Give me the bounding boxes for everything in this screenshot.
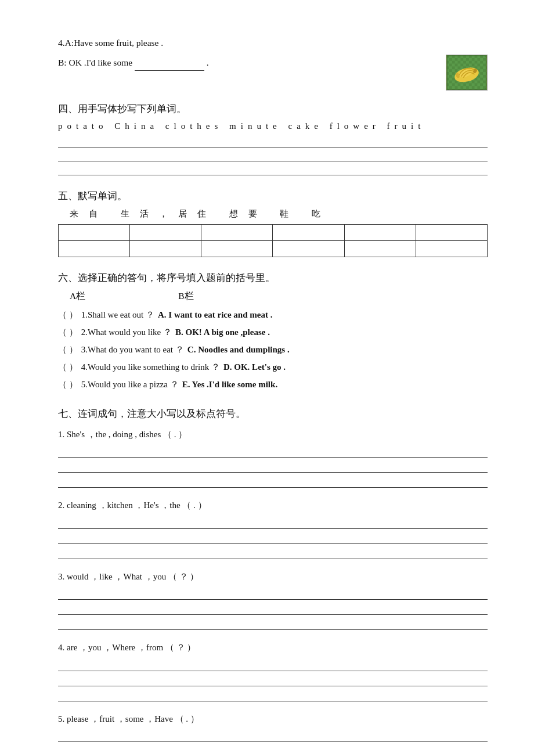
write-line-1	[58, 135, 488, 147]
vocab-cell-1-5	[344, 224, 416, 240]
q2-text: 2.What would you like ？	[81, 323, 172, 341]
vocab-cell-2-6	[416, 240, 487, 257]
match-item-3: （ ） 3.What do you want to eat ？ C. Noodl…	[58, 341, 488, 358]
write-line-3	[58, 163, 488, 175]
vocab-cell-1-2	[130, 224, 201, 240]
section-liu: 六、选择正确的答句，将序号填入题前的括号里。 A栏 B栏 （ ） 1.Shall…	[58, 271, 488, 393]
answer-line-5b	[58, 744, 488, 756]
vocab-cell-2-3	[201, 240, 273, 257]
paren-1: （ ）	[58, 306, 78, 323]
answer-line-4b	[58, 674, 488, 686]
writing-lines	[58, 135, 488, 175]
section-qi-title: 七、连词成句，注意大小写以及标点符号。	[58, 407, 488, 420]
fruit-image	[446, 55, 488, 91]
section-si-title: 四、用手写体抄写下列单词。	[58, 102, 488, 116]
vocab-cell-1-4	[273, 224, 344, 240]
answer-line-2c	[58, 546, 488, 559]
vocab-cell-1-1	[59, 224, 130, 240]
sentence-5: 5. please ，fruit ，some ，Have （ . ）	[58, 711, 488, 728]
sentence-group-2: 2. cleaning ，kitchen ，He's ，the （ . ）	[58, 497, 488, 559]
answer-line-1a	[58, 445, 488, 458]
vocab-cell-1-6	[416, 224, 487, 240]
match-item-5: （ ） 5.Would you like a pizza ？ E. Yes .I…	[58, 376, 488, 393]
section-qi: 七、连词成句，注意大小写以及标点符号。 1. She's ，the , doin…	[58, 407, 488, 756]
a4-text: D. OK. Let's go .	[223, 358, 286, 376]
answer-line-2a	[58, 516, 488, 529]
vocab-cell-1-3	[201, 224, 273, 240]
answer-line-3b	[58, 602, 488, 615]
sentence-group-3: 3. would ，like ，What ，you （ ？ ）	[58, 568, 488, 631]
paren-2: （ ）	[58, 323, 78, 341]
answer-line-3c	[58, 617, 488, 630]
sentence-group-1: 1. She's ，the , doing , dishes （ . ）	[58, 426, 488, 488]
a1-text: A. I want to eat rice and meat .	[158, 306, 272, 323]
match-list: （ ） 1.Shall we eat out ？ A. I want to ea…	[58, 306, 488, 393]
answer-line-4a	[58, 658, 488, 671]
dialogue-line1: 4.A:Have some fruit, please .	[58, 35, 488, 51]
vocab-cell-2-5	[344, 240, 416, 257]
vocab-table	[58, 224, 488, 257]
answer-line-1b	[58, 460, 488, 473]
column-headers: A栏 B栏	[58, 290, 488, 303]
match-item-1: （ ） 1.Shall we eat out ？ A. I want to ea…	[58, 306, 488, 323]
a3-text: C. Noodles and dumplings .	[187, 341, 290, 358]
col-b-header: B栏	[178, 290, 193, 303]
q1-text: 1.Shall we eat out ？	[81, 306, 154, 323]
dialogue-line2: B: OK .I'd like some .	[58, 55, 434, 71]
match-item-2: （ ） 2.What would you like ？ B. OK! A big…	[58, 323, 488, 341]
section-4: 4.A:Have some fruit, please . B: OK .I'd…	[58, 35, 488, 91]
dialogue-line2-suffix: .	[207, 57, 209, 67]
dialogue-line2-prefix: B: OK .I'd like some	[58, 57, 132, 67]
sentence-2: 2. cleaning ，kitchen ，He's ，the （ . ）	[58, 497, 488, 514]
section-wu-title: 五、默写单词。	[58, 189, 488, 203]
dialogue-line2-area: B: OK .I'd like some .	[58, 55, 488, 91]
fill-blank	[135, 60, 204, 71]
vocab-cell-2-2	[130, 240, 201, 257]
paren-4: （ ）	[58, 358, 78, 376]
answer-line-3a	[58, 587, 488, 600]
q5-text: 5.Would you like a pizza ？	[81, 376, 179, 393]
match-item-4: （ ） 4.Would you like something to drink …	[58, 358, 488, 376]
vocab-cell-2-4	[273, 240, 344, 257]
section-si: 四、用手写体抄写下列单词。 potato China clothes minut…	[58, 102, 488, 175]
section-wu: 五、默写单词。 来自 生活，居住 想要 鞋 吃	[58, 189, 488, 257]
sentence-3: 3. would ，like ，What ，you （ ？ ）	[58, 568, 488, 585]
sentence-4: 4. are ，you ，Where ，from （ ？ ）	[58, 639, 488, 656]
sentence-1: 1. She's ，the , doing , dishes （ . ）	[58, 426, 488, 443]
q4-text: 4.Would you like something to drink ？	[81, 358, 220, 376]
a5-text: E. Yes .I'd like some milk.	[182, 376, 277, 393]
write-line-2	[58, 149, 488, 161]
vocab-cell-2-1	[59, 240, 130, 257]
wu-words: 来自 生活，居住 想要 鞋 吃	[58, 208, 488, 219]
col-a-header: A栏	[70, 290, 85, 303]
answer-line-4c	[58, 689, 488, 701]
q3-text: 3.What do you want to eat ？	[81, 341, 184, 358]
answer-line-2b	[58, 531, 488, 544]
paren-3: （ ）	[58, 341, 78, 358]
sentence-group-4: 4. are ，you ，Where ，from （ ？ ）	[58, 639, 488, 701]
answer-line-5a	[58, 729, 488, 742]
answer-line-1c	[58, 475, 488, 488]
section-liu-title: 六、选择正确的答句，将序号填入题前的括号里。	[58, 271, 488, 285]
sentence-group-5: 5. please ，fruit ，some ，Have （ . ）	[58, 711, 488, 756]
paren-5: （ ）	[58, 376, 78, 393]
words-row: potato China clothes minute cake flower …	[58, 121, 488, 131]
a2-text: B. OK! A big one ,please .	[175, 323, 270, 341]
